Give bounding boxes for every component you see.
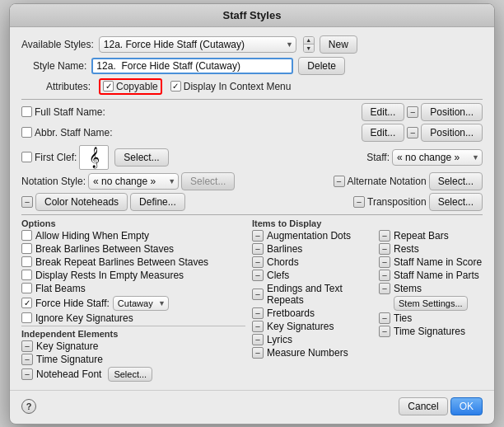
abbr-staff-checkbox[interactable] <box>21 127 32 138</box>
transposition-minus-icon[interactable]: − <box>353 196 365 208</box>
select-clef-button[interactable]: Select... <box>114 148 168 167</box>
bottom-bar: ? Cancel OK <box>10 390 494 424</box>
item-endings: − Endings and Text Repeats <box>252 283 379 306</box>
item-clefs: − Clefs <box>252 270 379 281</box>
copyable-checkbox[interactable] <box>103 81 114 92</box>
item-staff-name-parts: − Staff Name in Parts <box>379 270 483 281</box>
staff-dropdown[interactable]: « no change » ▼ <box>392 149 483 166</box>
allow-hiding-checkbox[interactable] <box>21 230 32 241</box>
new-button[interactable]: New <box>320 35 357 54</box>
measure-numbers-minus-icon[interactable]: − <box>252 347 264 359</box>
independent-separator <box>21 326 245 326</box>
full-staff-minus-btn[interactable]: − <box>407 106 418 118</box>
repeat-bars-minus-icon[interactable]: − <box>379 230 390 242</box>
display-rests-checkbox[interactable] <box>21 270 32 280</box>
item-fretboards: − Fretboards <box>252 307 379 319</box>
alternate-notation-button[interactable]: Select... <box>429 172 483 190</box>
stems-minus-icon[interactable]: − <box>379 283 390 294</box>
ties-minus-icon[interactable]: − <box>379 312 390 324</box>
chords-minus-icon[interactable]: − <box>252 256 264 268</box>
rests-label: Rests <box>394 243 419 255</box>
copyable-label: Copyable <box>116 81 158 92</box>
notehead-select-button[interactable]: Select... <box>108 367 152 382</box>
rests-minus-icon[interactable]: − <box>379 243 390 255</box>
repeat-bars-label: Repeat Bars <box>394 230 449 242</box>
notation-select-button[interactable]: Select... <box>181 172 235 190</box>
clefs-minus-icon[interactable]: − <box>252 270 264 281</box>
style-name-row: Style Name: Delete <box>21 57 483 75</box>
color-noteheads-minus-icon[interactable]: − <box>21 196 33 208</box>
style-name-input[interactable] <box>91 58 293 74</box>
dialog-title: Staff Styles <box>223 9 282 21</box>
available-styles-stepper[interactable]: ▲ ▼ <box>303 36 315 53</box>
full-staff-position-button[interactable]: Position... <box>421 103 483 121</box>
color-noteheads-button[interactable]: Color Noteheads <box>35 193 128 211</box>
alternate-notation-minus-icon[interactable]: − <box>334 176 345 187</box>
define-button[interactable]: Define... <box>130 193 185 211</box>
left-column: Options Allow Hiding When Empty Break Ba… <box>21 218 252 383</box>
full-staff-edit-button[interactable]: Edit... <box>362 103 405 121</box>
key-sig-label: Key Signature <box>36 340 98 352</box>
staff-name-parts-label: Staff Name in Parts <box>394 270 479 281</box>
fretboards-minus-icon[interactable]: − <box>252 307 264 319</box>
force-hide-checkbox[interactable] <box>21 298 32 308</box>
items-columns: − Augmentation Dots − Barlines − Chords <box>252 230 483 360</box>
bottom-buttons: Cancel OK <box>399 397 483 415</box>
notation-style-group: Notation Style: « no change » ▼ Select..… <box>21 172 235 190</box>
time-sig-label: Time Signature <box>36 354 103 365</box>
notation-style-label: Notation Style: <box>21 176 86 187</box>
abbr-staff-checkbox-group: Abbr. Staff Name: <box>21 127 113 138</box>
abbr-staff-minus-btn[interactable]: − <box>407 127 418 138</box>
right-column: Items to Display − Augmentation Dots − B… <box>252 218 483 383</box>
time-sigs-minus-icon[interactable]: − <box>379 326 390 337</box>
abbr-staff-position-button[interactable]: Position... <box>421 124 483 142</box>
dialog-content: Available Styles: 12a. Force Hide Staff … <box>10 27 494 390</box>
break-repeat-checkbox[interactable] <box>21 256 32 267</box>
title-bar: Staff Styles <box>10 4 494 27</box>
full-staff-checkbox[interactable] <box>21 106 32 117</box>
break-barlines-label: Break Barlines Between Staves <box>35 243 174 255</box>
barlines-minus-icon[interactable]: − <box>252 243 264 255</box>
help-button[interactable]: ? <box>21 399 36 414</box>
full-staff-buttons: Edit... − Position... <box>362 103 483 121</box>
display-context-checkbox[interactable] <box>170 81 181 92</box>
attributes-label: Attributes: <box>46 81 91 92</box>
item-barlines: − Barlines <box>252 243 379 255</box>
flat-beams-checkbox[interactable] <box>21 283 32 293</box>
option-ignore-key: Ignore Key Signatures <box>21 312 245 324</box>
color-noteheads-group: − Color Noteheads Define... <box>21 193 185 211</box>
ignore-key-checkbox[interactable] <box>21 312 32 323</box>
available-styles-dropdown[interactable]: 12a. Force Hide Staff (Cutaway) ▼ <box>99 36 296 53</box>
item-measure-numbers: − Measure Numbers <box>252 347 379 359</box>
available-styles-row: Available Styles: 12a. Force Hide Staff … <box>21 35 483 54</box>
notehead-minus-icon[interactable]: − <box>21 368 33 380</box>
ok-button[interactable]: OK <box>450 397 483 415</box>
lyrics-minus-icon[interactable]: − <box>252 334 264 345</box>
stem-settings-button[interactable]: Stem Settings... <box>394 296 468 311</box>
staff-name-score-minus-icon[interactable]: − <box>379 256 390 268</box>
transposition-button[interactable]: Select... <box>429 193 483 211</box>
key-sigs-minus-icon[interactable]: − <box>252 321 264 332</box>
force-hide-dropdown[interactable]: Cutaway ▼ <box>113 296 169 311</box>
first-clef-checkbox[interactable] <box>21 152 32 162</box>
abbr-staff-edit-button[interactable]: Edit... <box>362 124 405 142</box>
time-sig-minus-icon[interactable]: − <box>21 354 33 365</box>
endings-minus-icon[interactable]: − <box>252 289 264 300</box>
notation-style-dropdown[interactable]: « no change » ▼ <box>88 173 179 190</box>
item-time-sigs: − Time Signatures <box>379 326 483 337</box>
abbr-staff-name-row: Abbr. Staff Name: Edit... − Position... <box>21 124 483 142</box>
stepper-up[interactable]: ▲ <box>304 37 314 45</box>
staff-name-parts-minus-icon[interactable]: − <box>379 270 390 281</box>
stepper-down[interactable]: ▼ <box>304 45 314 52</box>
ignore-key-label: Ignore Key Signatures <box>35 312 133 324</box>
items-left-col: − Augmentation Dots − Barlines − Chords <box>252 230 379 360</box>
break-barlines-checkbox[interactable] <box>21 243 32 254</box>
separator-1 <box>21 99 483 100</box>
key-sig-minus-icon[interactable]: − <box>21 340 33 352</box>
allow-hiding-label: Allow Hiding When Empty <box>35 230 149 242</box>
dropdown-arrow-icon: ▼ <box>286 40 293 49</box>
cancel-button[interactable]: Cancel <box>399 397 447 415</box>
aug-dots-minus-icon[interactable]: − <box>252 230 264 242</box>
delete-button[interactable]: Delete <box>298 57 345 75</box>
clef-preview: 𝄞 <box>79 145 109 170</box>
